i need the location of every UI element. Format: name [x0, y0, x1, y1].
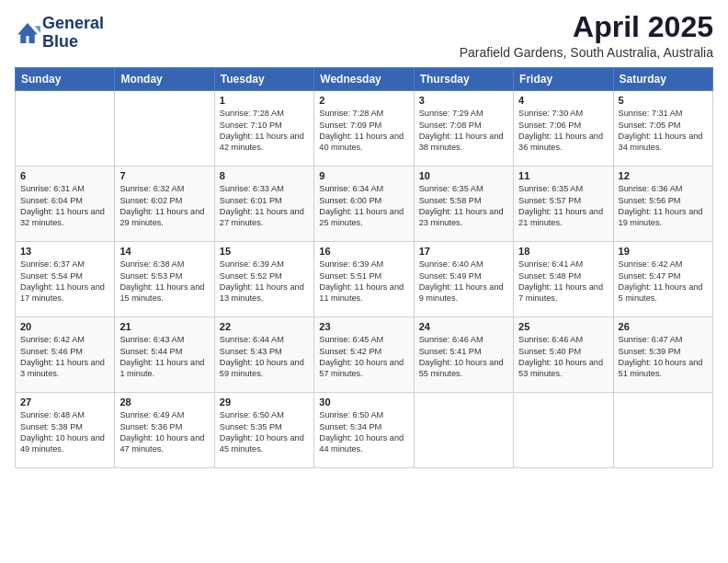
cell-details: Sunrise: 7:31 AM Sunset: 7:05 PM Dayligh…	[619, 108, 708, 154]
cell-details: Sunrise: 6:42 AM Sunset: 5:46 PM Dayligh…	[20, 334, 109, 380]
weekday-header-sunday: Sunday	[16, 68, 115, 91]
calendar-cell	[115, 91, 214, 167]
day-number: 7	[119, 170, 209, 181]
calendar-cell: 29Sunrise: 6:50 AM Sunset: 5:35 PM Dayli…	[214, 393, 313, 468]
cell-details: Sunrise: 6:37 AM Sunset: 5:54 PM Dayligh…	[20, 259, 109, 304]
day-number: 12	[619, 170, 708, 181]
day-number: 20	[20, 321, 109, 332]
day-number: 23	[319, 321, 408, 332]
day-number: 1	[220, 95, 309, 106]
logo: General Blue	[15, 15, 104, 52]
calendar-cell: 13Sunrise: 6:37 AM Sunset: 5:54 PM Dayli…	[16, 242, 115, 317]
weekday-header-thursday: Thursday	[414, 68, 513, 91]
cell-details: Sunrise: 6:39 AM Sunset: 5:51 PM Dayligh…	[319, 259, 408, 304]
calendar-header-row: SundayMondayTuesdayWednesdayThursdayFrid…	[16, 68, 713, 91]
logo-line1: General	[42, 15, 104, 33]
page: General Blue April 2025 Parafield Garden…	[0, 0, 728, 563]
cell-details: Sunrise: 7:29 AM Sunset: 7:08 PM Dayligh…	[419, 108, 508, 154]
calendar-cell: 26Sunrise: 6:47 AM Sunset: 5:39 PM Dayli…	[613, 317, 712, 393]
calendar-cell: 17Sunrise: 6:40 AM Sunset: 5:49 PM Dayli…	[414, 242, 513, 317]
header: General Blue April 2025 Parafield Garden…	[15, 11, 713, 60]
cell-details: Sunrise: 6:35 AM Sunset: 5:58 PM Dayligh…	[419, 183, 508, 229]
cell-details: Sunrise: 6:43 AM Sunset: 5:44 PM Dayligh…	[119, 334, 209, 380]
calendar-cell: 27Sunrise: 6:48 AM Sunset: 5:38 PM Dayli…	[16, 393, 115, 468]
calendar-cell	[16, 91, 115, 167]
calendar-cell: 14Sunrise: 6:38 AM Sunset: 5:53 PM Dayli…	[115, 242, 214, 317]
calendar-week-1: 1Sunrise: 7:28 AM Sunset: 7:10 PM Daylig…	[16, 91, 713, 167]
cell-details: Sunrise: 7:28 AM Sunset: 7:09 PM Dayligh…	[319, 108, 408, 154]
calendar-cell: 15Sunrise: 6:39 AM Sunset: 5:52 PM Dayli…	[214, 242, 313, 317]
cell-details: Sunrise: 6:33 AM Sunset: 6:01 PM Dayligh…	[220, 183, 309, 229]
logo-line2: Blue	[42, 33, 104, 52]
weekday-header-friday: Friday	[514, 68, 613, 91]
day-number: 14	[119, 246, 209, 257]
day-number: 2	[319, 95, 408, 106]
cell-details: Sunrise: 7:30 AM Sunset: 7:06 PM Dayligh…	[518, 108, 608, 154]
cell-details: Sunrise: 6:38 AM Sunset: 5:53 PM Dayligh…	[119, 259, 209, 304]
cell-details: Sunrise: 6:34 AM Sunset: 6:00 PM Dayligh…	[319, 183, 408, 229]
day-number: 24	[419, 321, 508, 332]
calendar-cell	[613, 393, 712, 468]
title-block: April 2025 Parafield Gardens, South Aust…	[460, 11, 713, 60]
calendar-cell: 25Sunrise: 6:46 AM Sunset: 5:40 PM Dayli…	[514, 317, 613, 393]
calendar-table: SundayMondayTuesdayWednesdayThursdayFrid…	[15, 67, 713, 468]
day-number: 17	[419, 246, 508, 257]
day-number: 11	[518, 170, 608, 181]
month-title: April 2025	[460, 11, 713, 43]
calendar-cell	[414, 393, 513, 468]
day-number: 27	[20, 396, 109, 408]
calendar-week-2: 6Sunrise: 6:31 AM Sunset: 6:04 PM Daylig…	[16, 167, 713, 242]
calendar-cell: 12Sunrise: 6:36 AM Sunset: 5:56 PM Dayli…	[613, 167, 712, 242]
calendar-cell: 6Sunrise: 6:31 AM Sunset: 6:04 PM Daylig…	[16, 167, 115, 242]
calendar-cell: 4Sunrise: 7:30 AM Sunset: 7:06 PM Daylig…	[514, 91, 613, 167]
calendar-cell: 9Sunrise: 6:34 AM Sunset: 6:00 PM Daylig…	[314, 167, 414, 242]
calendar-cell: 18Sunrise: 6:41 AM Sunset: 5:48 PM Dayli…	[514, 242, 613, 317]
calendar-cell: 7Sunrise: 6:32 AM Sunset: 6:02 PM Daylig…	[115, 167, 214, 242]
calendar-cell: 3Sunrise: 7:29 AM Sunset: 7:08 PM Daylig…	[414, 91, 513, 167]
day-number: 28	[119, 396, 209, 408]
day-number: 21	[119, 321, 209, 332]
calendar-cell: 23Sunrise: 6:45 AM Sunset: 5:42 PM Dayli…	[314, 317, 414, 393]
day-number: 25	[518, 321, 608, 332]
calendar-cell	[514, 393, 613, 468]
cell-details: Sunrise: 6:36 AM Sunset: 5:56 PM Dayligh…	[619, 183, 708, 229]
cell-details: Sunrise: 6:41 AM Sunset: 5:48 PM Dayligh…	[518, 259, 608, 304]
weekday-header-tuesday: Tuesday	[214, 68, 313, 91]
calendar-cell: 21Sunrise: 6:43 AM Sunset: 5:44 PM Dayli…	[115, 317, 214, 393]
day-number: 9	[319, 170, 408, 181]
day-number: 30	[319, 396, 408, 408]
cell-details: Sunrise: 6:48 AM Sunset: 5:38 PM Dayligh…	[20, 409, 109, 455]
cell-details: Sunrise: 6:40 AM Sunset: 5:49 PM Dayligh…	[419, 259, 508, 304]
day-number: 15	[220, 246, 309, 257]
weekday-header-wednesday: Wednesday	[314, 68, 414, 91]
calendar-cell: 20Sunrise: 6:42 AM Sunset: 5:46 PM Dayli…	[16, 317, 115, 393]
day-number: 6	[20, 170, 109, 181]
day-number: 26	[619, 321, 708, 332]
cell-details: Sunrise: 6:47 AM Sunset: 5:39 PM Dayligh…	[619, 334, 708, 380]
cell-details: Sunrise: 6:46 AM Sunset: 5:41 PM Dayligh…	[419, 334, 508, 380]
cell-details: Sunrise: 6:44 AM Sunset: 5:43 PM Dayligh…	[220, 334, 309, 380]
cell-details: Sunrise: 6:49 AM Sunset: 5:36 PM Dayligh…	[119, 409, 209, 455]
calendar-cell: 30Sunrise: 6:50 AM Sunset: 5:34 PM Dayli…	[314, 393, 414, 468]
day-number: 8	[220, 170, 309, 181]
calendar-cell: 24Sunrise: 6:46 AM Sunset: 5:41 PM Dayli…	[414, 317, 513, 393]
logo-text: General Blue	[42, 15, 104, 52]
calendar-cell: 28Sunrise: 6:49 AM Sunset: 5:36 PM Dayli…	[115, 393, 214, 468]
calendar-week-3: 13Sunrise: 6:37 AM Sunset: 5:54 PM Dayli…	[16, 242, 713, 317]
day-number: 4	[518, 95, 608, 106]
calendar-cell: 16Sunrise: 6:39 AM Sunset: 5:51 PM Dayli…	[314, 242, 414, 317]
calendar-cell: 22Sunrise: 6:44 AM Sunset: 5:43 PM Dayli…	[214, 317, 313, 393]
calendar-cell: 1Sunrise: 7:28 AM Sunset: 7:10 PM Daylig…	[214, 91, 313, 167]
cell-details: Sunrise: 7:28 AM Sunset: 7:10 PM Dayligh…	[220, 108, 309, 154]
calendar-cell: 5Sunrise: 7:31 AM Sunset: 7:05 PM Daylig…	[613, 91, 712, 167]
cell-details: Sunrise: 6:50 AM Sunset: 5:35 PM Dayligh…	[220, 409, 309, 455]
logo-icon	[15, 20, 40, 46]
cell-details: Sunrise: 6:32 AM Sunset: 6:02 PM Dayligh…	[119, 183, 209, 229]
location-title: Parafield Gardens, South Australia, Aust…	[460, 45, 713, 60]
cell-details: Sunrise: 6:42 AM Sunset: 5:47 PM Dayligh…	[619, 259, 708, 304]
day-number: 3	[419, 95, 508, 106]
weekday-header-saturday: Saturday	[613, 68, 712, 91]
calendar-cell: 10Sunrise: 6:35 AM Sunset: 5:58 PM Dayli…	[414, 167, 513, 242]
cell-details: Sunrise: 6:50 AM Sunset: 5:34 PM Dayligh…	[319, 409, 408, 455]
cell-details: Sunrise: 6:39 AM Sunset: 5:52 PM Dayligh…	[220, 259, 309, 304]
